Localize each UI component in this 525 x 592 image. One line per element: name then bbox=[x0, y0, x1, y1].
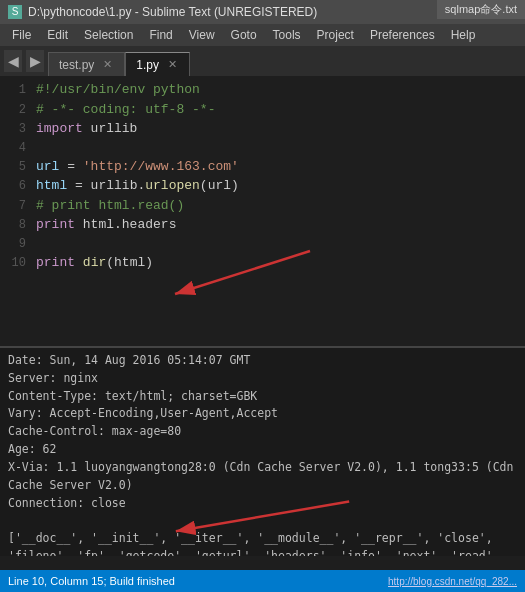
tab-1-py-label: 1.py bbox=[136, 58, 159, 72]
status-bar: Line 10, Column 15; Build finished http:… bbox=[0, 570, 525, 592]
title-text: D:\pythoncode\1.py - Sublime Text (UNREG… bbox=[28, 5, 317, 19]
menu-help[interactable]: Help bbox=[443, 26, 484, 44]
tab-bar: ◀ ▶ test.py ✕ 1.py ✕ bbox=[0, 46, 525, 76]
code-line-6: 6 html = urllib.urlopen(url) bbox=[0, 176, 525, 196]
menu-project[interactable]: Project bbox=[309, 26, 362, 44]
output-text: Date: Sun, 14 Aug 2016 05:14:07 GMT Serv… bbox=[8, 352, 517, 556]
menu-tools[interactable]: Tools bbox=[265, 26, 309, 44]
tab-test-py-close[interactable]: ✕ bbox=[100, 58, 114, 72]
code-area[interactable]: 1 #!/usr/bin/env python 2 # -*- coding: … bbox=[0, 76, 525, 346]
output-area: Date: Sun, 14 Aug 2016 05:14:07 GMT Serv… bbox=[0, 346, 525, 556]
tab-test-py-label: test.py bbox=[59, 58, 94, 72]
nav-back-button[interactable]: ◀ bbox=[4, 50, 22, 72]
menu-bar: File Edit Selection Find View Goto Tools… bbox=[0, 24, 525, 46]
nav-fwd-button[interactable]: ▶ bbox=[26, 50, 44, 72]
menu-selection[interactable]: Selection bbox=[76, 26, 141, 44]
menu-edit[interactable]: Edit bbox=[39, 26, 76, 44]
top-right-tab-label: sqlmap命令.txt bbox=[445, 3, 517, 15]
app-icon: S bbox=[8, 5, 22, 19]
menu-goto[interactable]: Goto bbox=[223, 26, 265, 44]
code-line-2: 2 # -*- coding: utf-8 -*- bbox=[0, 100, 525, 120]
menu-file[interactable]: File bbox=[4, 26, 39, 44]
status-left: Line 10, Column 15; Build finished bbox=[8, 575, 175, 587]
code-line-10: 10 print dir(html) bbox=[0, 253, 525, 273]
status-right-link[interactable]: http://blog.csdn.net/qq_282... bbox=[388, 576, 517, 587]
code-line-9: 9 bbox=[0, 235, 525, 253]
code-line-4: 4 bbox=[0, 139, 525, 157]
tab-1-py-close[interactable]: ✕ bbox=[165, 58, 179, 72]
menu-find[interactable]: Find bbox=[141, 26, 180, 44]
menu-view[interactable]: View bbox=[181, 26, 223, 44]
tab-test-py[interactable]: test.py ✕ bbox=[48, 52, 125, 76]
code-line-7: 7 # print html.read() bbox=[0, 196, 525, 216]
tab-1-py[interactable]: 1.py ✕ bbox=[125, 52, 190, 76]
menu-preferences[interactable]: Preferences bbox=[362, 26, 443, 44]
code-line-5: 5 url = 'http://www.163.com' bbox=[0, 157, 525, 177]
code-line-8: 8 print html.headers bbox=[0, 215, 525, 235]
code-line-1: 1 #!/usr/bin/env python bbox=[0, 80, 525, 100]
top-right-tab[interactable]: sqlmap命令.txt bbox=[437, 0, 525, 19]
code-line-3: 3 import urllib bbox=[0, 119, 525, 139]
